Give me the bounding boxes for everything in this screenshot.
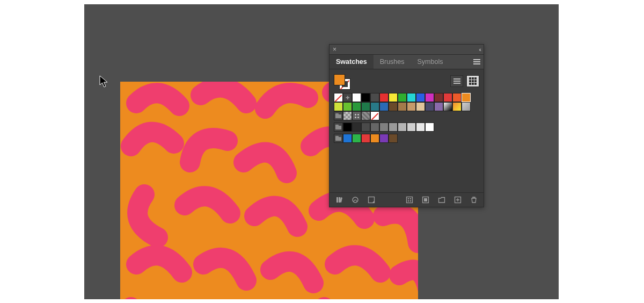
swatch-options-icon[interactable] [367, 196, 376, 204]
tab-swatches[interactable]: Swatches [330, 55, 374, 69]
swatch-pattern[interactable] [343, 111, 352, 120]
swatch[interactable] [389, 134, 398, 143]
swatch[interactable] [425, 93, 434, 102]
svg-rect-2 [407, 197, 413, 203]
swatch[interactable] [398, 122, 407, 132]
close-icon[interactable]: × [333, 46, 336, 53]
swatch[interactable] [462, 93, 471, 102]
swatch-folder-icon[interactable] [334, 122, 343, 132]
panel-titlebar[interactable]: × ‹‹ [330, 45, 484, 55]
swatch[interactable] [407, 122, 416, 132]
swatch[interactable] [416, 102, 425, 111]
canvas[interactable]: × ‹‹ Swatches Brushes Symbols [84, 4, 559, 299]
swatch[interactable] [343, 134, 352, 143]
swatch-folder-icon[interactable] [334, 111, 343, 120]
fill-stroke-indicator[interactable] [334, 74, 350, 88]
svg-point-3 [408, 198, 409, 200]
panel-body [330, 69, 484, 192]
edit-swatch-icon[interactable] [421, 196, 430, 204]
svg-point-5 [408, 200, 409, 202]
swatch-none[interactable] [370, 111, 379, 120]
tab-symbols[interactable]: Symbols [411, 55, 450, 69]
swatch[interactable] [352, 93, 361, 102]
swatch-kinds-icon[interactable] [351, 196, 360, 204]
svg-point-4 [410, 198, 412, 200]
svg-point-6 [410, 200, 412, 202]
swatch[interactable] [361, 102, 370, 111]
swatch[interactable] [416, 93, 425, 102]
swatch[interactable] [370, 134, 379, 143]
tab-brushes[interactable]: Brushes [374, 55, 411, 69]
delete-icon[interactable] [470, 196, 478, 204]
swatch-gradient[interactable] [452, 102, 462, 111]
swatch[interactable] [425, 122, 434, 132]
svg-rect-8 [424, 198, 427, 201]
swatch[interactable] [343, 102, 352, 111]
swatch-registration[interactable] [343, 93, 352, 102]
new-swatch-icon[interactable] [453, 196, 462, 204]
swatch[interactable] [434, 93, 443, 102]
swatch-libraries-icon[interactable] [335, 196, 343, 204]
swatch[interactable] [352, 122, 361, 132]
swatch[interactable] [352, 134, 361, 143]
panel-tabs: Swatches Brushes Symbols [330, 55, 484, 69]
swatch[interactable] [361, 93, 370, 102]
swatch[interactable] [379, 134, 389, 143]
fill-swatch[interactable] [334, 74, 345, 85]
swatch[interactable] [443, 93, 452, 102]
swatch[interactable] [361, 134, 370, 143]
swatch[interactable] [407, 102, 416, 111]
swatches-panel[interactable]: × ‹‹ Swatches Brushes Symbols [329, 44, 484, 207]
swatch[interactable] [452, 93, 462, 102]
swatch-gradient[interactable] [462, 102, 471, 111]
new-color-group-icon[interactable] [405, 196, 414, 204]
thumbnail-view-button[interactable] [466, 75, 479, 87]
swatch-group-brights [334, 134, 479, 143]
swatch-pattern[interactable] [352, 111, 361, 120]
swatch-group-default [334, 93, 479, 120]
collapse-icon[interactable]: ‹‹ [479, 47, 480, 53]
swatch[interactable] [379, 93, 389, 102]
swatch[interactable] [389, 102, 398, 111]
cursor-pointer-icon [99, 75, 109, 88]
open-folder-icon[interactable] [437, 196, 446, 204]
list-view-button[interactable] [450, 75, 463, 87]
swatch-none[interactable] [334, 93, 343, 102]
swatch[interactable] [370, 102, 379, 111]
swatch[interactable] [389, 122, 398, 132]
swatch-group-grayscale [334, 122, 479, 132]
swatch[interactable] [389, 93, 398, 102]
swatch[interactable] [334, 102, 343, 111]
swatch[interactable] [343, 122, 352, 132]
swatch[interactable] [379, 122, 389, 132]
swatch[interactable] [434, 102, 443, 111]
swatch-folder-icon[interactable] [334, 134, 343, 143]
swatch[interactable] [425, 102, 434, 111]
swatch-pattern[interactable] [361, 111, 370, 120]
swatch[interactable] [370, 122, 379, 132]
swatch-gradient[interactable] [443, 102, 452, 111]
panel-footer [330, 192, 484, 207]
swatch[interactable] [398, 102, 407, 111]
swatch[interactable] [361, 122, 370, 132]
swatch[interactable] [352, 102, 361, 111]
swatch[interactable] [370, 93, 379, 102]
swatch[interactable] [379, 102, 389, 111]
panel-menu-icon[interactable] [470, 55, 484, 69]
swatch[interactable] [407, 93, 416, 102]
swatch[interactable] [398, 93, 407, 102]
swatch[interactable] [416, 122, 425, 132]
